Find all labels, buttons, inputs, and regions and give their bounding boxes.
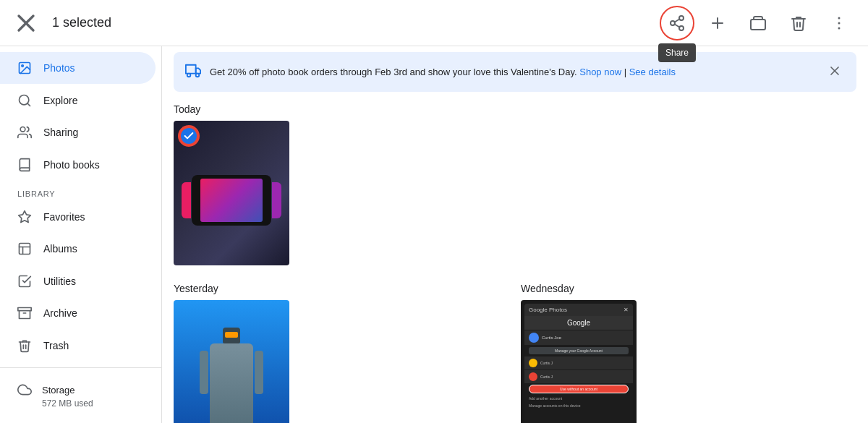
- banner-close-icon: [827, 64, 842, 78]
- banner-text: Get 20% off photo book orders through Fe…: [210, 67, 816, 77]
- photo-section-today: Today: [162, 98, 868, 283]
- header-right: Share: [660, 6, 856, 40]
- svg-point-14: [22, 65, 23, 67]
- sidebar-item-explore[interactable]: Explore: [0, 84, 156, 116]
- more-options-button[interactable]: [822, 6, 856, 40]
- sidebar-divider: [0, 367, 161, 368]
- photo-row-wednesday: Google Photos ✕ Google Curtis Joe Manage…: [521, 300, 856, 423]
- svg-point-25: [196, 74, 200, 77]
- banner-truck-icon: [185, 63, 201, 81]
- share-icon: [668, 14, 686, 32]
- sidebar-item-photos-label: Photos: [43, 62, 75, 74]
- section-title-wednesday: Wednesday: [521, 283, 856, 294]
- photos-icon: [17, 61, 32, 75]
- svg-rect-9: [751, 20, 765, 30]
- see-details-link[interactable]: See details: [629, 67, 676, 77]
- svg-line-5: [675, 24, 680, 27]
- share-button[interactable]: [660, 6, 694, 40]
- photo-section-wednesday: Wednesday Google Photos ✕ Google: [521, 283, 856, 423]
- sidebar-item-photobooks-label: Photo books: [43, 159, 100, 171]
- share-button-container: Share: [660, 6, 694, 40]
- svg-rect-22: [186, 65, 196, 74]
- photo-thumb-halo-figure[interactable]: [174, 300, 289, 423]
- more-icon: [830, 14, 848, 32]
- google-ui-screenshot: Google Photos ✕ Google Curtis Joe Manage…: [524, 304, 633, 423]
- storage-used: 572 MB used: [17, 398, 144, 409]
- close-button[interactable]: [12, 9, 41, 38]
- sidebar: Photos Explore Sharing Photo books LIBRA…: [0, 46, 162, 423]
- svg-point-11: [838, 22, 841, 24]
- delete-icon: [790, 14, 807, 32]
- svg-rect-20: [18, 308, 31, 311]
- sidebar-item-trash[interactable]: Trash: [0, 330, 156, 362]
- storage-section: Storage 572 MB used: [0, 374, 161, 417]
- cloud-icon: [17, 383, 32, 397]
- sidebar-item-albums-label: Albums: [43, 243, 77, 255]
- sidebar-item-archive[interactable]: Archive: [0, 297, 156, 329]
- sidebar-item-albums[interactable]: Albums: [0, 233, 156, 265]
- photo-row-today: [174, 121, 856, 265]
- storage-row: Storage: [17, 383, 144, 397]
- svg-point-24: [187, 74, 191, 77]
- favorites-icon: [17, 210, 32, 224]
- trash-icon: [17, 338, 32, 353]
- explore-icon: [17, 93, 32, 108]
- svg-rect-19: [20, 244, 30, 255]
- library-section-label: LIBRARY: [0, 181, 161, 201]
- svg-point-12: [838, 27, 841, 29]
- sidebar-item-utilities[interactable]: Utilities: [0, 265, 156, 297]
- svg-line-16: [27, 103, 30, 106]
- banner-close-button[interactable]: [825, 61, 845, 83]
- main-layout: Photos Explore Sharing Photo books LIBRA…: [0, 46, 868, 423]
- section-title-today: Today: [174, 103, 856, 115]
- delete-button[interactable]: [781, 6, 816, 40]
- selected-count-label: 1 selected: [52, 15, 111, 30]
- sidebar-item-archive-label: Archive: [43, 307, 77, 319]
- sidebar-item-utilities-label: Utilities: [43, 275, 76, 287]
- svg-point-10: [838, 17, 841, 19]
- utilities-icon: [17, 274, 32, 289]
- albums-icon: [17, 242, 32, 256]
- sidebar-item-photobooks[interactable]: Photo books: [0, 148, 156, 180]
- save-to-album-button[interactable]: [741, 6, 775, 40]
- photobooks-icon: [17, 158, 32, 172]
- promo-banner: Get 20% off photo book orders through Fe…: [174, 52, 856, 92]
- section-title-yesterday: Yesterday: [174, 283, 509, 294]
- sidebar-item-favorites-label: Favorites: [43, 211, 85, 223]
- header: 1 selected Share: [0, 0, 868, 46]
- sharing-icon: [17, 125, 32, 140]
- storage-label: Storage: [42, 385, 75, 396]
- photo-thumb-nintendo-switch[interactable]: [174, 121, 289, 265]
- switch-device: [192, 175, 271, 226]
- content-area: Get 20% off photo book orders through Fe…: [162, 46, 868, 423]
- svg-point-17: [20, 127, 25, 132]
- photo-selected-checkbox: [179, 127, 198, 145]
- add-icon: [709, 14, 726, 32]
- photo-row-yesterday: [174, 300, 509, 423]
- sidebar-item-favorites[interactable]: Favorites: [0, 201, 156, 233]
- photo-thumb-google-ui[interactable]: Google Photos ✕ Google Curtis Joe Manage…: [521, 300, 637, 423]
- svg-marker-18: [19, 211, 31, 223]
- shop-now-link[interactable]: Shop now: [579, 67, 621, 77]
- header-left: 1 selected: [12, 9, 111, 38]
- svg-line-6: [675, 19, 680, 22]
- svg-marker-23: [196, 68, 200, 73]
- sidebar-item-sharing-label: Sharing: [43, 127, 78, 138]
- checkmark-icon: [183, 130, 195, 142]
- album-icon: [749, 14, 767, 32]
- sidebar-item-explore-label: Explore: [43, 95, 77, 106]
- sidebar-item-photos[interactable]: Photos: [0, 52, 156, 84]
- photo-section-yesterday: Yesterday: [174, 283, 509, 423]
- add-button[interactable]: [700, 6, 735, 40]
- sidebar-item-sharing[interactable]: Sharing: [0, 116, 156, 148]
- archive-icon: [17, 306, 32, 320]
- multi-section-row: Yesterday: [162, 283, 868, 423]
- sidebar-item-trash-label: Trash: [43, 340, 69, 351]
